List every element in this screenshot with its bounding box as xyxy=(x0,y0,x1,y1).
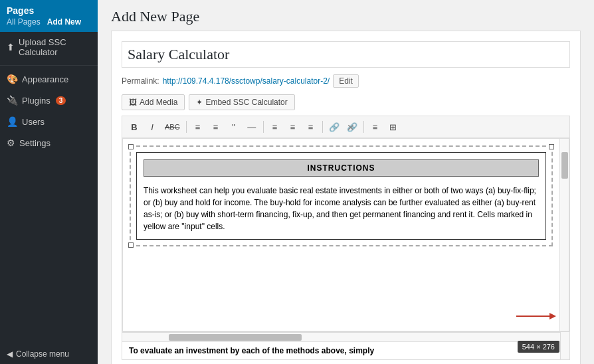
toolbar-sep-1 xyxy=(186,121,187,133)
toolbar-sep-4 xyxy=(363,121,364,133)
plugins-badge: 3 xyxy=(56,96,66,105)
toolbar-bold[interactable]: B xyxy=(126,119,142,135)
permalink-label: Permalink: xyxy=(122,76,159,86)
unlink-icon: 🔗✕ xyxy=(347,122,357,132)
collapse-menu[interactable]: ◀ Collapse menu xyxy=(0,344,98,364)
upload-icon: ⬆ xyxy=(7,42,15,52)
page-header: Add New Page xyxy=(98,0,594,31)
sidebar-item-plugins[interactable]: 🔌 Plugins 3 xyxy=(0,90,98,111)
sidebar-upload-label: Upload SSC Calculator xyxy=(19,37,91,57)
embed-ssc-button[interactable]: ✦ Embed SSC Calculator xyxy=(189,94,294,110)
toolbar-link[interactable]: 🔗 xyxy=(326,119,342,135)
bottom-handle-area xyxy=(122,360,570,364)
arrow-indicator xyxy=(516,310,556,323)
toolbar-table[interactable]: ⊞ xyxy=(385,119,401,135)
add-media-label: Add Media xyxy=(140,98,177,107)
instructions-body: This worksheet can help you evaluate bas… xyxy=(144,185,539,232)
sidebar-plugins-label: Plugins xyxy=(22,96,50,106)
editor-body[interactable]: INSTRUCTIONS This worksheet can help you… xyxy=(122,139,569,331)
embed-icon: ✦ xyxy=(196,98,203,107)
editor-toolbar: B I ABC ≡ ≡ " — ≡ ≡ ≡ 🔗 🔗✕ ≡ ⊞ xyxy=(122,116,570,138)
scrollbar-corner xyxy=(560,332,569,359)
toolbar-blockquote[interactable]: " xyxy=(226,119,242,135)
resize-handle-tl[interactable] xyxy=(128,144,134,149)
sidebar: Pages All Pages Add New ⬆ Upload SSC Cal… xyxy=(0,0,98,364)
toolbar-ol[interactable]: ≡ xyxy=(208,119,224,135)
sidebar-pages-label: Pages xyxy=(7,5,91,16)
sidebar-settings-label: Settings xyxy=(19,138,50,148)
sidebar-item-appearance[interactable]: 🎨 Appearance xyxy=(0,68,98,90)
permalink-row: Permalink: http://109.74.4.178/ssctowp/s… xyxy=(122,74,570,88)
toolbar-align-right[interactable]: ≡ xyxy=(303,119,319,135)
toolbar-strikethrough[interactable]: ABC xyxy=(162,119,183,135)
sidebar-add-new[interactable]: Add New xyxy=(47,17,81,27)
appearance-icon: 🎨 xyxy=(7,74,18,84)
add-media-button[interactable]: 🖼 Add Media xyxy=(122,94,185,110)
main-content: Add New Page Permalink: http://109.74.4.… xyxy=(98,0,594,364)
resize-handle-tr[interactable] xyxy=(549,144,554,149)
sidebar-item-upload-ssc[interactable]: ⬆ Upload SSC Calculator xyxy=(0,32,98,62)
editor-scroll-area[interactable]: INSTRUCTIONS This worksheet can help you… xyxy=(123,139,559,331)
toolbar-unlink[interactable]: 🔗✕ xyxy=(344,119,360,135)
horizontal-scrollbar[interactable] xyxy=(122,332,560,341)
sidebar-appearance-label: Appearance xyxy=(22,74,68,84)
editor-bottom-text: To evaluate an investment by each of the… xyxy=(122,341,560,359)
toolbar-align-center[interactable]: ≡ xyxy=(285,119,301,135)
toolbar-align-left[interactable]: ≡ xyxy=(267,119,283,135)
editor-outer: INSTRUCTIONS This worksheet can help you… xyxy=(122,138,570,360)
instructions-header: INSTRUCTIONS xyxy=(144,159,539,177)
permalink-edit-button[interactable]: Edit xyxy=(333,74,359,88)
collapse-label: Collapse menu xyxy=(16,349,69,359)
embed-label: Embed SSC Calculator xyxy=(205,98,287,107)
users-icon: 👤 xyxy=(7,116,18,127)
scrollbar-thumb[interactable] xyxy=(561,152,568,179)
collapse-icon: ◀ xyxy=(7,349,13,359)
hscrollbar-thumb[interactable] xyxy=(169,334,302,341)
sidebar-item-settings[interactable]: ⚙ Settings xyxy=(0,132,98,153)
toolbar-italic[interactable]: I xyxy=(144,119,160,135)
page-title: Add New Page xyxy=(111,8,581,25)
sidebar-all-pages[interactable]: All Pages xyxy=(7,17,41,27)
toolbar-hr[interactable]: — xyxy=(244,119,260,135)
permalink-url[interactable]: http://109.74.4.178/ssctowp/salary-calcu… xyxy=(163,76,330,86)
toolbar-ul[interactable]: ≡ xyxy=(190,119,206,135)
content-area: Permalink: http://109.74.4.178/ssctowp/s… xyxy=(111,31,581,364)
sidebar-item-users[interactable]: 👤 Users xyxy=(0,111,98,132)
post-title-input[interactable] xyxy=(122,41,570,68)
sidebar-pages-section[interactable]: Pages All Pages Add New xyxy=(0,0,98,32)
resize-handle-bl[interactable] xyxy=(128,242,134,248)
svg-marker-1 xyxy=(549,313,556,319)
editor-vertical-scrollbar[interactable] xyxy=(559,139,569,331)
editor-dashed-outer: INSTRUCTIONS This worksheet can help you… xyxy=(130,145,553,246)
sidebar-divider-1 xyxy=(0,65,98,66)
editor-inner-content: INSTRUCTIONS This worksheet can help you… xyxy=(136,152,546,240)
media-toolbar: 🖼 Add Media ✦ Embed SSC Calculator xyxy=(122,94,570,110)
settings-icon: ⚙ xyxy=(7,137,15,148)
editor-bottom-content: To evaluate an investment by each of the… xyxy=(122,332,560,359)
add-media-icon: 🖼 xyxy=(129,98,137,107)
editor-bottom: To evaluate an investment by each of the… xyxy=(122,331,569,359)
toolbar-indent[interactable]: ≡ xyxy=(367,119,383,135)
plugins-icon: 🔌 xyxy=(7,95,18,106)
toolbar-sep-3 xyxy=(322,121,323,133)
toolbar-sep-2 xyxy=(263,121,264,133)
sidebar-users-label: Users xyxy=(22,117,45,127)
